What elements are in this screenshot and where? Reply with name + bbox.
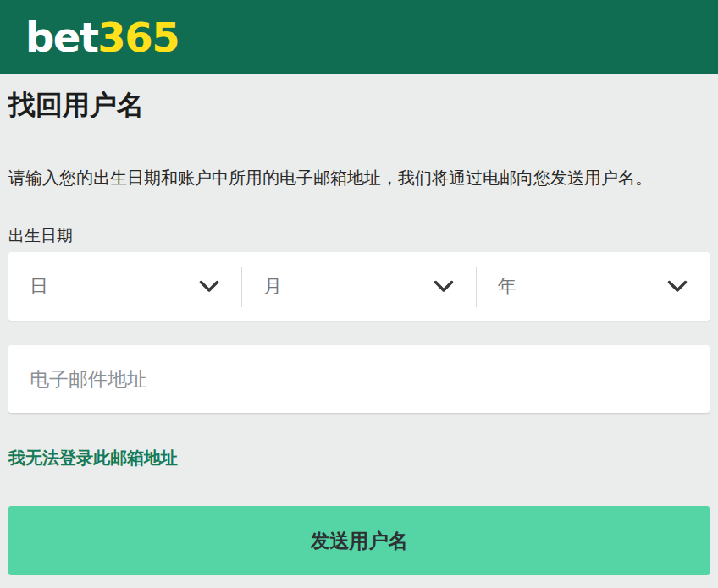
dob-day-select[interactable]: 日 [8,252,241,321]
email-field-container [8,345,710,413]
dob-select-row: 日 月 年 [8,252,710,321]
dob-label: 出生日期 [8,227,710,245]
page-title: 找回用户名 [8,90,710,120]
email-input[interactable] [8,345,710,413]
dob-day-select-value: 日 [30,274,48,299]
chevron-down-icon [199,280,219,294]
dob-year-select-value: 年 [498,274,516,299]
instruction-text: 请输入您的出生日期和账户中所用的电子邮箱地址，我们将通过电邮向您发送用户名。 [8,168,710,188]
recover-username-page: 找回用户名 请输入您的出生日期和账户中所用的电子邮箱地址，我们将通过电邮向您发送… [0,90,718,575]
dob-month-select-value: 月 [263,274,282,299]
chevron-down-icon [434,280,454,294]
dob-year-select[interactable]: 年 [477,252,710,321]
bet365-logo: bet365 [25,17,179,58]
logo-text-bet: bet [25,14,97,61]
logo-text-365: 365 [97,14,179,61]
app-header: bet365 [0,0,718,74]
send-username-button[interactable]: 发送用户名 [8,506,710,575]
cannot-access-email-link[interactable]: 我无法登录此邮箱地址 [8,448,178,468]
chevron-down-icon [667,280,688,294]
dob-month-select[interactable]: 月 [242,252,475,321]
